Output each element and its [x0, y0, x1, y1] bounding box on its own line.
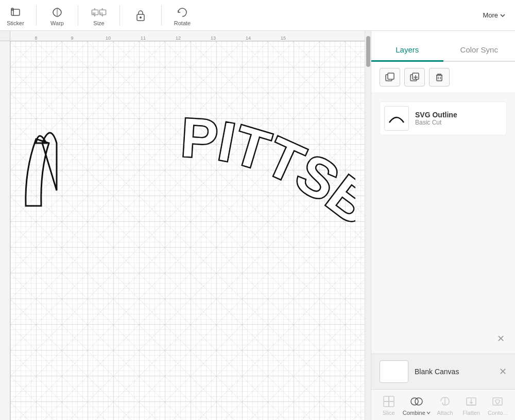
blank-canvas-section: Blank Canvas ✕ [371, 354, 515, 389]
delete-layer-button[interactable] [429, 68, 450, 86]
more-label: More [483, 11, 498, 19]
combine-dropdown-icon [426, 410, 431, 415]
ruler-tick-14: 14 [246, 36, 251, 41]
sep4 [161, 5, 162, 26]
slice-label: Slice [383, 410, 395, 416]
blank-canvas-label: Blank Canvas [415, 367, 459, 376]
scrollbar-vertical[interactable] [365, 31, 371, 420]
top-toolbar: Sticker Warp W H Size [0, 0, 515, 31]
add-layer-button[interactable] [404, 68, 425, 86]
svg-rect-22 [389, 396, 394, 401]
svg-point-25 [411, 398, 418, 405]
layer-type: Basic Cut [415, 119, 502, 126]
slice-tool[interactable]: Slice [376, 394, 401, 416]
warp-tool[interactable]: Warp [47, 5, 67, 26]
svg-point-9 [140, 16, 142, 19]
svg-point-26 [415, 398, 422, 405]
svg-text:PITTSBURGH: PITTSBURGH [15, 67, 355, 232]
sep1 [36, 5, 37, 26]
rotate-tool[interactable]: Rotate [172, 5, 193, 26]
contour-tool[interactable]: Conto... [485, 394, 510, 416]
layer-section: SVG Outline Basic Cut [371, 93, 515, 354]
ruler-horizontal: 8 9 10 11 12 13 14 15 [10, 31, 371, 41]
close-blank-canvas-button[interactable]: ✕ [499, 366, 507, 377]
ruler-tick-10: 10 [106, 36, 111, 41]
ruler-tick-12: 12 [176, 36, 181, 41]
rotate-label: Rotate [174, 20, 191, 26]
warp-label: Warp [50, 20, 64, 26]
tab-color-sync[interactable]: Color Sync [443, 40, 516, 62]
ruler-tick-13: 13 [211, 36, 216, 41]
sep2 [78, 5, 78, 26]
duplicate-button[interactable] [380, 68, 400, 86]
attach-tool[interactable]: Attach [433, 394, 457, 416]
svg-rect-13 [388, 73, 394, 79]
ruler-tick-8: 8 [35, 36, 37, 41]
ruler-tick-11: 11 [141, 36, 146, 41]
flatten-icon [464, 394, 478, 409]
layer-name: SVG Outline [415, 111, 502, 119]
right-panel: Layers Color Sync [371, 31, 515, 420]
lock-tool[interactable] [130, 8, 151, 23]
more-button[interactable]: More [478, 9, 510, 21]
layer-info: SVG Outline Basic Cut [415, 111, 502, 126]
canvas-content[interactable]: PITTSBURGH PITTSBURGH [10, 41, 371, 420]
tab-layers[interactable]: Layers [371, 40, 443, 62]
canvas-area[interactable]: 8 9 10 11 12 13 14 15 [0, 31, 371, 420]
size-label: Size [93, 20, 104, 26]
layer-item-svg-outline[interactable]: SVG Outline Basic Cut [380, 101, 507, 135]
warp-icon [49, 5, 65, 20]
svg-text:H: H [100, 11, 102, 15]
lock-icon [133, 8, 148, 23]
svg-rect-18 [437, 75, 442, 81]
sep3 [119, 5, 120, 26]
close-layer-button[interactable]: ✕ [497, 333, 505, 344]
ruler-corner [0, 31, 10, 41]
rotate-icon [175, 5, 190, 20]
sticker-tool[interactable]: Sticker [5, 5, 26, 26]
combine-icon [409, 394, 424, 409]
combine-tool[interactable]: Combine [403, 394, 431, 416]
combine-label: Combine [403, 410, 425, 416]
chevron-down-icon [500, 12, 506, 19]
layer-thumbnail [384, 106, 409, 131]
svg-rect-23 [384, 401, 389, 407]
size-tool[interactable]: W H Size [89, 5, 109, 26]
flatten-tool[interactable]: Flatten [459, 394, 484, 416]
contour-icon [490, 394, 505, 409]
sticker-label: Sticker [7, 20, 24, 26]
flatten-label: Flatten [462, 410, 480, 416]
slice-icon [382, 394, 396, 409]
bottom-toolbar: Slice Combine [371, 389, 515, 420]
blank-canvas-thumbnail [380, 360, 408, 383]
scrollbar-thumb[interactable] [366, 36, 370, 67]
panel-tabs: Layers Color Sync [371, 31, 515, 62]
attach-icon [438, 394, 452, 409]
attach-label: Attach [437, 410, 453, 416]
sticker-icon [8, 5, 23, 20]
svg-rect-21 [384, 396, 389, 401]
svg-text:W: W [93, 11, 96, 15]
svg-rect-24 [389, 401, 394, 407]
ruler-tick-15: 15 [281, 36, 286, 41]
panel-toolbar [371, 62, 515, 93]
pittsburgh-design[interactable]: PITTSBURGH PITTSBURGH [15, 67, 355, 232]
contour-label: Conto... [488, 410, 508, 416]
ruler-vertical [0, 41, 10, 420]
main-area: 8 9 10 11 12 13 14 15 [0, 31, 515, 420]
ruler-tick-9: 9 [71, 36, 73, 41]
size-icon: W H [91, 5, 107, 20]
